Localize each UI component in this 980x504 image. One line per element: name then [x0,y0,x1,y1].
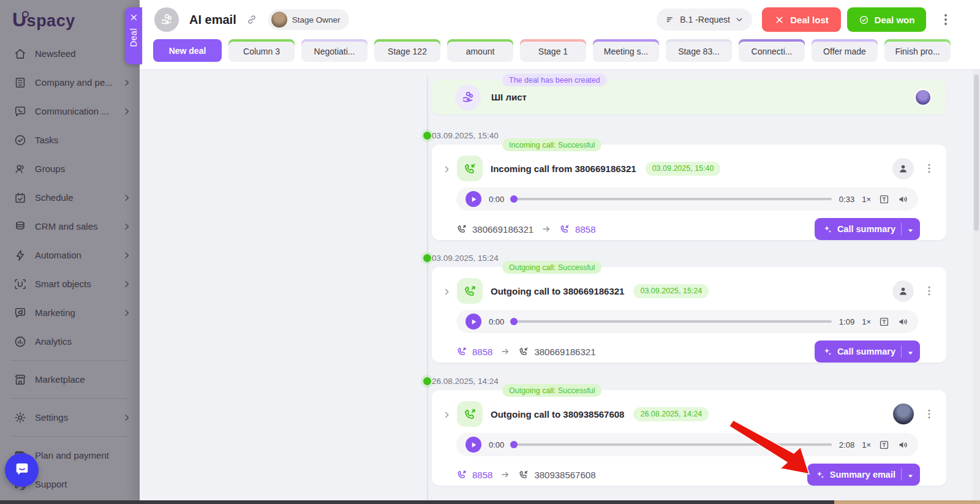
to-number: 380669186321 [518,346,595,357]
arrow-right-icon [541,224,551,234]
pipeline-value: B.1 -Request [680,15,730,24]
deal-tab[interactable]: Deal [125,7,142,64]
chat-icon [13,461,31,480]
volume-icon[interactable] [897,316,909,328]
call-card: Outgoing call: Successful Outgoing call … [432,390,946,486]
sidebar-dim-overlay [0,0,140,504]
stage-pill-negotiati[interactable]: Negotiati... [301,39,368,62]
timeline-line [427,77,428,504]
call-status-badge: Outgoing call: Successful [502,384,601,397]
deal-panel: AI email Stage Owner B.1 -Request Deal l… [140,0,980,504]
playback-speed[interactable]: 1× [862,440,871,449]
stage-pill-connecti[interactable]: Connecti... [739,39,805,62]
caret-down-icon[interactable] [907,226,914,233]
ai-action-button[interactable]: Call summary [815,340,920,363]
stage-owner-chip[interactable]: Stage Owner [268,9,349,30]
owner-avatar [271,12,287,28]
call-direction-icon [457,156,483,181]
header-menu-icon[interactable] [940,12,952,27]
deal-tab-label: Deal [129,28,138,47]
phone-incoming-icon [559,224,570,235]
play-button[interactable] [466,437,481,453]
deal-won-button[interactable]: Deal won [847,7,926,32]
deal-created-card[interactable]: The deal has been created ШІ лист [432,80,946,115]
entry-menu-icon[interactable] [924,285,934,297]
call-direction-icon [457,401,483,427]
check-circle-icon [859,15,869,25]
copy-link-icon[interactable] [246,14,257,25]
audio-player: 0:00 0:33 1× [456,187,918,211]
audio-seek-bar[interactable] [511,443,832,446]
timeline-dot [423,377,431,385]
audio-current-time: 0:00 [489,195,504,204]
expand-chevron-icon[interactable] [443,410,451,418]
from-number: 8858 [456,469,492,480]
stage-pill-stage-122[interactable]: Stage 122 [374,39,440,62]
entry-date: 03.09.2025, 15:24 [432,254,499,263]
stage-pill-column-3[interactable]: Column 3 [228,39,295,62]
ai-action-button[interactable]: Call summary [815,218,920,240]
expand-chevron-icon[interactable] [443,165,451,173]
playback-speed[interactable]: 1× [862,195,871,204]
scrollbar-thumb[interactable] [974,75,979,231]
sidebar: Uspacy NewsfeedCompany and pe...Communic… [0,0,140,504]
arrow-right-icon [500,470,510,480]
entry-menu-icon[interactable] [924,162,934,175]
play-button[interactable] [466,191,481,207]
playback-speed[interactable]: 1× [862,317,871,326]
close-icon[interactable] [130,13,138,21]
phone-outgoing-icon [456,346,467,357]
transcript-icon[interactable] [878,194,890,205]
stage-pill-meeting-s[interactable]: Meeting s... [593,39,659,62]
sparkle-icon [823,347,832,356]
audio-seek-bar[interactable] [511,320,832,323]
call-card: Incoming call: Successful Incoming call … [432,145,946,240]
audio-current-time: 0:00 [489,317,504,326]
transcript-icon[interactable] [878,439,890,451]
bottom-edge [0,500,980,504]
to-number: 8858 [559,224,595,235]
timeline-dot [423,132,431,140]
stage-pill-offer-made[interactable]: Offer made [812,39,878,62]
responsible-person-button[interactable] [892,280,914,302]
timeline: The deal has been created ШІ лист 03.09.… [140,70,980,504]
phone-incoming-icon [518,346,529,357]
caret-down-icon[interactable] [907,348,914,355]
to-number: 380938567608 [518,469,595,480]
expand-chevron-icon[interactable] [443,287,451,295]
from-number: 8858 [456,346,492,357]
transcript-icon[interactable] [878,316,890,328]
support-chat-button[interactable] [5,453,39,487]
responsible-person-button[interactable] [892,158,914,179]
sparkle-icon [815,470,825,480]
phone-incoming-icon [518,469,529,480]
sparkle-icon [823,224,832,234]
caret-down-icon[interactable] [907,472,914,478]
stage-pill-stage-83[interactable]: Stage 83... [666,39,732,62]
stage-pill-amount[interactable]: amount [447,39,513,62]
audio-duration: 0:33 [839,195,854,204]
audio-duration: 2:08 [839,440,854,449]
volume-icon[interactable] [897,194,909,205]
ai-action-button[interactable]: Summary email [807,464,920,486]
call-title: Incoming call from 380669186321 [491,164,636,174]
page-title: AI email [189,13,236,27]
call-status-badge: Incoming call: Successful [502,138,601,151]
chevron-down-icon [735,15,744,24]
volume-icon[interactable] [897,439,909,451]
responsible-avatar[interactable] [893,404,914,424]
arrow-right-icon [500,347,510,356]
audio-player: 0:00 2:08 1× [456,433,918,456]
stage-pill-finish-pro[interactable]: Finish pro... [884,39,951,62]
play-button[interactable] [466,314,481,329]
owner-label: Stage Owner [292,15,341,24]
call-time-pill: 03.09.2025, 15:40 [646,162,721,176]
audio-seek-bar[interactable] [511,198,832,200]
pipeline-select[interactable]: B.1 -Request [657,9,752,31]
created-badge: The deal has been created [502,73,607,86]
stage-pill-new-deal[interactable]: New deal [153,39,222,62]
entry-menu-icon[interactable] [924,408,934,420]
deal-lost-button[interactable]: Deal lost [762,7,841,32]
stage-pill-stage-1[interactable]: Stage 1 [520,39,586,62]
audio-player: 0:00 1:09 1× [456,310,918,333]
